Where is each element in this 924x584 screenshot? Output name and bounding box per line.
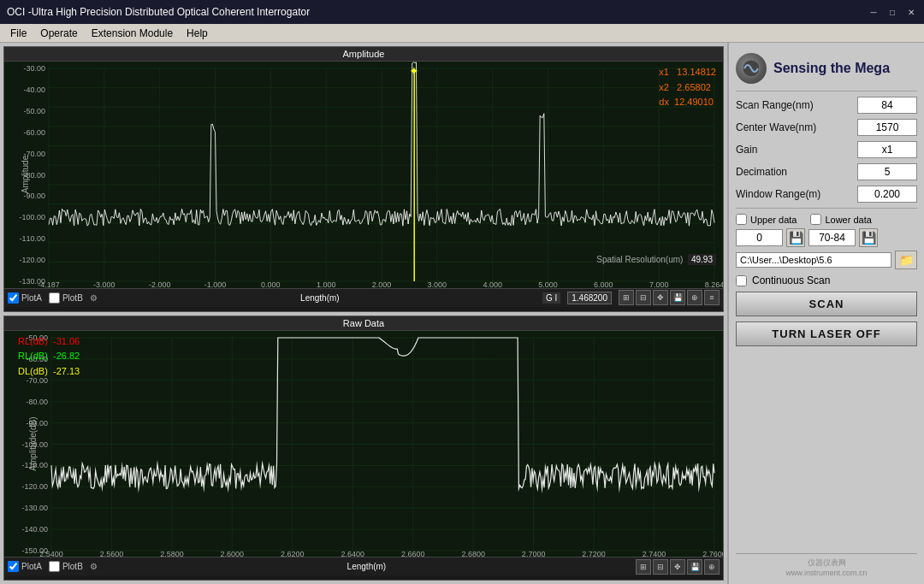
rawdata-zoom-in-icon[interactable]: ⊞ xyxy=(636,559,651,575)
rawdata-chart-area: Amplitude(dB) RL(dB) -31.06 RL(dB) -26.8… xyxy=(4,331,723,557)
main-content: Amplitude Amplitude x1 13.14812 x2 2.658… xyxy=(0,43,924,584)
lower-save-button[interactable]: 💾 xyxy=(859,228,878,247)
right-panel: Sensing the Mega Scan Range(nm) Center W… xyxy=(727,43,924,584)
rawdata-x-label: Length(m) xyxy=(104,562,629,571)
watermark-line1: 仪器仪表网 xyxy=(736,557,917,569)
window-range-row: Window Range(m) xyxy=(736,186,917,203)
gain-label: Gain xyxy=(736,144,821,156)
watermark: 仪器仪表网 www.instrument.com.cn xyxy=(736,553,917,577)
annotation-rl2: RL(dB) -26.82 xyxy=(18,349,80,364)
decimation-label: Decimation xyxy=(736,166,821,178)
menu-file[interactable]: File xyxy=(3,26,33,41)
menu-help[interactable]: Help xyxy=(180,26,215,41)
pan-icon[interactable]: ✥ xyxy=(653,290,668,305)
rawdata-chart: Raw Data Amplitude(dB) RL(dB) -31.06 RL(… xyxy=(3,316,724,581)
rawdata-plotb-check[interactable]: PlotB xyxy=(49,561,83,572)
scan-range-input[interactable] xyxy=(857,97,917,114)
amplitude-settings-icon[interactable]: ⚙ xyxy=(90,293,98,303)
rawdata-toolbar-icons: ⊞ ⊟ ✥ 💾 ⊕ xyxy=(636,559,720,575)
upper-data-input[interactable] xyxy=(736,229,783,246)
amplitude-x-label: Length(m) xyxy=(104,293,536,303)
menu-extension[interactable]: Extension Module xyxy=(85,26,180,41)
annotation-x2: x2 2.65802 xyxy=(659,80,716,96)
watermark-line2: www.instrument.com.cn xyxy=(736,569,917,577)
logo-area: Sensing the Mega xyxy=(736,50,917,91)
data-range-row: 💾 💾 xyxy=(736,228,917,247)
scan-button[interactable]: SCAN xyxy=(736,292,917,316)
center-wave-input[interactable] xyxy=(857,119,917,136)
rawdata-save-icon[interactable]: 💾 xyxy=(687,559,702,575)
decimation-row: Decimation xyxy=(736,163,917,180)
rawdata-plota-check[interactable]: PlotA xyxy=(8,561,42,572)
gi-label: G I xyxy=(542,292,560,304)
close-button[interactable]: ✕ xyxy=(905,6,917,18)
rawdata-annotations: RL(dB) -31.06 RL(dB) -26.82 DL(dB) -27.1… xyxy=(18,334,80,380)
path-row: 📁 xyxy=(736,251,917,269)
gain-row: Gain xyxy=(736,141,917,158)
gain-input[interactable] xyxy=(857,141,917,158)
amplitude-toolbar-icons: ⊞ ⊟ ✥ 💾 ⊕ ≡ xyxy=(619,290,720,305)
lower-data-check[interactable]: Lower data xyxy=(810,214,871,225)
rawdata-canvas[interactable] xyxy=(4,331,723,557)
annotation-rl: RL(dB) -31.06 xyxy=(18,334,80,350)
folder-browse-button[interactable]: 📁 xyxy=(895,251,917,269)
scan-range-row: Scan Range(nm) xyxy=(736,97,917,114)
minimize-button[interactable]: ─ xyxy=(868,6,880,18)
data-checkbox-row: Upper data Lower data xyxy=(736,214,917,225)
menu-bar: File Operate Extension Module Help xyxy=(0,24,924,43)
rawdata-chart-footer: PlotA PlotB ⚙ Length(m) ⊞ ⊟ ✥ 💾 ⊕ xyxy=(4,557,723,575)
amplitude-chart-area: Amplitude x1 13.14812 x2 2.65802 dx 12.4… xyxy=(4,62,723,288)
window-range-input[interactable] xyxy=(857,186,917,203)
center-wave-row: Center Wave(nm) xyxy=(736,119,917,136)
charts-panel: Amplitude Amplitude x1 13.14812 x2 2.658… xyxy=(0,43,727,584)
rawdata-crosshair-icon[interactable]: ⊕ xyxy=(704,559,720,575)
window-title: OCI -Ultra High Precision Distributed Op… xyxy=(7,6,310,18)
zoom-in-icon[interactable]: ⊞ xyxy=(619,290,634,305)
settings-chart-icon[interactable]: ≡ xyxy=(704,290,720,305)
amplitude-plota-check[interactable]: PlotA xyxy=(8,292,42,304)
amplitude-chart: Amplitude Amplitude x1 13.14812 x2 2.658… xyxy=(3,46,724,312)
lower-data-input[interactable] xyxy=(808,229,856,246)
save-chart-icon[interactable]: 💾 xyxy=(670,290,685,305)
rawdata-zoom-out-icon[interactable]: ⊟ xyxy=(653,559,668,575)
crosshair-icon[interactable]: ⊕ xyxy=(687,290,702,305)
rawdata-pan-icon[interactable]: ✥ xyxy=(670,559,685,575)
annotation-dl: DL(dB) -27.13 xyxy=(18,364,80,380)
continuous-scan-label: Continuous Scan xyxy=(752,274,830,286)
file-path-input[interactable] xyxy=(736,252,891,268)
rawdata-chart-title: Raw Data xyxy=(4,316,723,331)
continuous-scan-checkbox[interactable] xyxy=(736,275,747,286)
annotation-x1: x1 13.14812 xyxy=(659,65,716,80)
amplitude-chart-title: Amplitude xyxy=(4,47,723,62)
window-controls: ─ □ ✕ xyxy=(868,6,917,18)
maximize-button[interactable]: □ xyxy=(886,6,898,18)
spatial-resolution: Spatial Resolution(um) 49.93 xyxy=(596,255,716,264)
amplitude-position-value: 1.468200 xyxy=(567,292,612,304)
scan-range-label: Scan Range(nm) xyxy=(736,99,821,111)
decimation-input[interactable] xyxy=(857,163,917,180)
menu-operate[interactable]: Operate xyxy=(33,26,84,41)
amplitude-chart-footer: PlotA PlotB ⚙ Length(m) G I 1.468200 ⊞ ⊟… xyxy=(4,288,723,307)
continuous-scan-row: Continuous Scan xyxy=(736,274,917,286)
rawdata-settings-icon[interactable]: ⚙ xyxy=(90,562,98,571)
amplitude-plotb-check[interactable]: PlotB xyxy=(49,292,83,304)
amplitude-annotations: x1 13.14812 x2 2.65802 dx 12.49010 xyxy=(659,65,716,110)
title-bar: OCI -Ultra High Precision Distributed Op… xyxy=(0,0,924,24)
window-range-label: Window Range(m) xyxy=(736,188,821,200)
upper-save-button[interactable]: 💾 xyxy=(786,228,805,247)
center-wave-label: Center Wave(nm) xyxy=(736,121,821,133)
zoom-out-icon[interactable]: ⊟ xyxy=(636,290,651,305)
logo-text: Sensing the Mega xyxy=(773,61,890,76)
laser-off-button[interactable]: TURN LASER OFF xyxy=(736,321,917,346)
logo-icon xyxy=(736,53,767,84)
upper-data-check[interactable]: Upper data xyxy=(736,214,797,225)
annotation-dx: dx 12.49010 xyxy=(659,95,716,110)
data-section: Upper data Lower data 💾 💾 📁 xyxy=(736,208,917,269)
